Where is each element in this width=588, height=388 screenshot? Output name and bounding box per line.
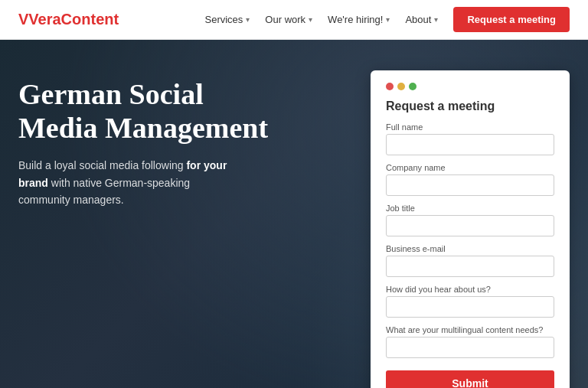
form-input-company[interactable] [386,174,554,196]
dot-red [386,83,394,90]
chevron-down-icon: ▾ [309,15,312,24]
form-input-contentneeds[interactable] [386,337,554,358]
nav-services-label: Services [205,14,243,25]
form-label-email: Business e-mail [386,244,554,253]
nav-hiring[interactable]: We're hiring! ▾ [328,14,390,25]
nav-about-label: About [405,14,431,25]
hero-subtitle-part1: Build a loyal social media following [18,159,186,171]
logo[interactable]: VVeraContent [18,11,119,28]
chevron-down-icon: ▾ [246,15,250,24]
nav-about[interactable]: About ▾ [405,14,438,25]
form-group-howhear: How did you hear about us? [386,285,554,318]
logo-content: Content [61,11,119,28]
main-nav: Services ▾ Our work ▾ We're hiring! ▾ Ab… [205,7,570,32]
dot-yellow [397,83,405,90]
form-label-contentneeds: What are your multilingual content needs… [386,325,554,334]
form-label-fullname: Full name [386,122,554,132]
form-input-jobtitle[interactable] [386,215,554,236]
chevron-down-icon: ▾ [386,15,390,24]
nav-hiring-label: We're hiring! [328,14,383,25]
dot-green [409,83,416,90]
request-meeting-button[interactable]: Request a meeting [453,7,570,32]
form-group-fullname: Full name [386,122,554,155]
form-group-contentneeds: What are your multilingual content needs… [386,325,554,358]
form-label-jobtitle: Job title [386,204,554,213]
submit-button[interactable]: Submit [386,370,554,388]
meeting-form-card: Request a meeting Full name Company name… [371,70,570,388]
hero-subtitle: Build a loyal social media following for… [18,157,233,208]
logo-v: V [18,11,28,28]
form-label-company: Company name [386,163,554,172]
nav-services[interactable]: Services ▾ [205,14,250,25]
form-input-email[interactable] [386,256,554,277]
header: VVeraContent Services ▾ Our work ▾ We're… [0,0,588,40]
form-group-company: Company name [386,163,554,196]
nav-our-work[interactable]: Our work ▾ [265,14,312,25]
nav-our-work-label: Our work [265,14,305,25]
form-input-howhear[interactable] [386,296,554,318]
form-input-fullname[interactable] [386,134,554,155]
window-dots [386,83,554,90]
logo-text: Vera [28,11,60,28]
hero-content: German Social Media Management Build a l… [18,70,279,209]
hero-section: German Social Media Management Build a l… [0,40,588,388]
form-group-email: Business e-mail [386,244,554,277]
form-group-jobtitle: Job title [386,204,554,236]
hero-title: German Social Media Management [18,78,279,145]
form-label-howhear: How did you hear about us? [386,285,554,294]
form-title: Request a meeting [386,99,554,113]
chevron-down-icon: ▾ [434,15,438,24]
